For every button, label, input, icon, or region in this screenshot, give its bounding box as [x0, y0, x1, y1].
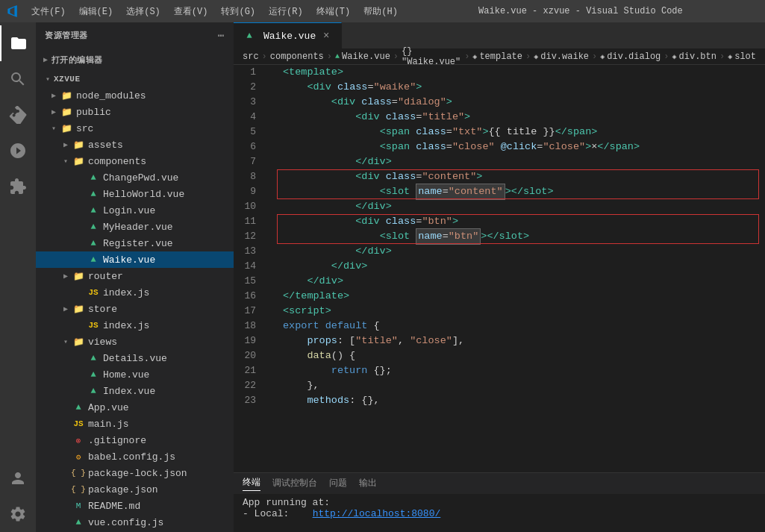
tree-node-modules[interactable]: ▶ 📁 node_modules	[36, 87, 234, 104]
tree-app-vue[interactable]: ▶ ▲ App.vue	[36, 399, 234, 416]
tree-vue-config[interactable]: ▶ ▲ vue.config.js	[36, 514, 234, 531]
tree-babel-config[interactable]: ▶ ⚙ babel.config.js	[36, 448, 234, 465]
folder-arrow: ▶	[48, 107, 60, 116]
sidebar-actions[interactable]: ⋯	[218, 29, 225, 42]
code-line-8[interactable]: <div class="content">	[271, 169, 765, 184]
terminal-tab-terminal[interactable]: 终端	[243, 476, 260, 491]
menu-goto[interactable]: 转到(G)	[215, 4, 261, 19]
tree-myheader[interactable]: ▶ ▲ MyHeader.vue	[36, 219, 234, 235]
menu-bar[interactable]: 文件(F) 编辑(E) 选择(S) 查看(V) 转到(G) 运行(R) 终端(T…	[25, 4, 404, 19]
tree-store-index[interactable]: ▶ JS index.js	[36, 317, 234, 334]
code-line-9[interactable]: <slot name="content"></slot>	[271, 184, 765, 199]
code-line-18[interactable]: export default {	[271, 319, 765, 334]
code-line-5[interactable]: <span class="txt">{{ title }}</span>	[271, 125, 765, 140]
tree-main-js[interactable]: ▶ JS main.js	[36, 416, 234, 432]
menu-terminal[interactable]: 终端(T)	[310, 4, 357, 19]
code-line-23[interactable]: methods: {},	[271, 393, 765, 408]
folder-icon: 📁	[60, 105, 73, 119]
code-line-22[interactable]: },	[271, 378, 765, 393]
code-line-14[interactable]: </div>	[271, 259, 765, 274]
menu-view[interactable]: 查看(V)	[168, 4, 214, 19]
code-line-2[interactable]: <div class="waike">	[271, 80, 765, 95]
breadcrumb-waike-vue[interactable]: ▲ Waike.vue	[335, 51, 390, 62]
tree-components[interactable]: ▾ 📁 components	[36, 153, 234, 169]
json-file-icon: { }	[72, 483, 85, 496]
breadcrumb-div-dialog[interactable]: ◈ div.dialog	[600, 51, 661, 62]
breadcrumb-div-btn[interactable]: ◈ div.btn	[672, 51, 716, 62]
breadcrumb-div-waike[interactable]: ◈ div.waike	[534, 51, 589, 62]
menu-edit[interactable]: 编辑(E)	[73, 4, 119, 19]
tree-package-lock[interactable]: ▶ { } package-lock.json	[36, 465, 234, 481]
terminal-tab-debug[interactable]: 调试控制台	[272, 477, 317, 491]
vue-file-icon: ▲	[72, 516, 85, 529]
menu-help[interactable]: 帮助(H)	[357, 4, 404, 19]
activity-search[interactable]	[0, 61, 36, 97]
tree-assets[interactable]: ▶ 📁 assets	[36, 137, 234, 153]
terminal-tab-problems[interactable]: 问题	[329, 477, 347, 491]
tree-register[interactable]: ▶ ▲ Register.vue	[36, 235, 234, 251]
code-line-15[interactable]: </div>	[271, 274, 765, 289]
code-line-3[interactable]: <div class="dialog">	[271, 95, 765, 110]
file-tree[interactable]: ▾ XZVUE ▶ 📁 node_modules ▶ 📁 public ▾	[36, 71, 234, 532]
code-line-13[interactable]: </div>	[271, 244, 765, 259]
code-editor[interactable]: 1 2 3 4 5 6 7 8 9 10 11 12 13 14 15 16 1…	[234, 65, 765, 472]
tree-root-xzvue[interactable]: ▾ XZVUE	[36, 71, 234, 87]
breadcrumb-src[interactable]: src	[243, 51, 259, 62]
code-line-10[interactable]: </div>	[271, 199, 765, 214]
breadcrumb-waike-obj[interactable]: {} "Waike.vue"	[402, 46, 461, 67]
terminal-tab-output[interactable]: 输出	[359, 477, 377, 491]
tree-router-index[interactable]: ▶ JS index.js	[36, 284, 234, 301]
code-line-16[interactable]: </template>	[271, 289, 765, 304]
tree-src[interactable]: ▾ 📁 src	[36, 120, 234, 137]
tree-router[interactable]: ▶ 📁 router	[36, 268, 234, 284]
tree-details[interactable]: ▶ ▲ Details.vue	[36, 350, 234, 366]
tree-changepwd[interactable]: ▶ ▲ ChangePwd.vue	[36, 169, 234, 186]
code-line-20[interactable]: data() {	[271, 348, 765, 363]
vscode-logo-icon	[7, 5, 19, 17]
breadcrumb-components[interactable]: components	[270, 51, 324, 62]
breadcrumb-slot[interactable]: ◈ slot	[728, 51, 756, 62]
tab-close-button[interactable]: ×	[320, 30, 332, 42]
code-line-6[interactable]: <span class="close" @click="close">×</sp…	[271, 140, 765, 154]
activity-settings[interactable]	[0, 496, 36, 532]
menu-select[interactable]: 选择(S)	[120, 4, 166, 19]
code-line-12[interactable]: <slot name="btn"></slot>	[271, 229, 765, 244]
breadcrumb-template[interactable]: ◈ template	[472, 51, 522, 62]
tree-waike[interactable]: ▶ ▲ Waike.vue	[36, 251, 234, 268]
tree-gitignore[interactable]: ▶ ⊗ .gitignore	[36, 432, 234, 448]
tree-public[interactable]: ▶ 📁 public	[36, 104, 234, 120]
code-line-21[interactable]: return {};	[271, 363, 765, 378]
code-line-4[interactable]: <div class="title">	[271, 110, 765, 125]
tree-home[interactable]: ▶ ▲ Home.vue	[36, 366, 234, 383]
folder-arrow: ▾	[60, 337, 72, 346]
code-line-19[interactable]: props: ["title", "close"],	[271, 334, 765, 348]
tree-store[interactable]: ▶ 📁 store	[36, 301, 234, 317]
activity-extensions[interactable]	[0, 169, 36, 204]
tree-package-json[interactable]: ▶ { } package.json	[36, 481, 234, 498]
vue-file-icon: ▲	[87, 204, 100, 217]
breadcrumb: src › components › ▲ Waike.vue › {} "Wai…	[234, 48, 765, 65]
activity-explorer[interactable]	[0, 25, 36, 61]
activity-account[interactable]	[0, 460, 36, 496]
tree-index-vue[interactable]: ▶ ▲ Index.vue	[36, 383, 234, 399]
activity-run[interactable]	[0, 133, 36, 169]
localhost-link[interactable]: http://localhost:8080/	[313, 508, 441, 519]
activity-scm[interactable]	[0, 97, 36, 133]
code-line-7[interactable]: </div>	[271, 154, 765, 169]
code-content[interactable]: <template> <div class="waike"> <div clas…	[271, 65, 765, 472]
tab-waike-vue[interactable]: ▲ Waike.vue ×	[234, 22, 342, 48]
tree-readme[interactable]: ▶ M README.md	[36, 498, 234, 514]
code-line-11[interactable]: <div class="btn">	[271, 214, 765, 229]
menu-file[interactable]: 文件(F)	[25, 4, 72, 19]
open-editors-toggle[interactable]: ▶ 打开的编辑器	[36, 51, 234, 68]
new-file-icon[interactable]: ⋯	[218, 29, 225, 42]
tree-views[interactable]: ▾ 📁 views	[36, 334, 234, 350]
menu-run[interactable]: 运行(R)	[263, 4, 309, 19]
tree-helloworld[interactable]: ▶ ▲ HelloWorld.vue	[36, 186, 234, 202]
code-line-1[interactable]: <template>	[271, 65, 765, 80]
gear-icon	[9, 505, 27, 523]
line-numbers: 1 2 3 4 5 6 7 8 9 10 11 12 13 14 15 16 1…	[234, 65, 271, 472]
code-line-17[interactable]: <script>	[271, 304, 765, 319]
tree-login[interactable]: ▶ ▲ Login.vue	[36, 202, 234, 219]
breadcrumb-div-icon3: ◈	[672, 52, 677, 61]
